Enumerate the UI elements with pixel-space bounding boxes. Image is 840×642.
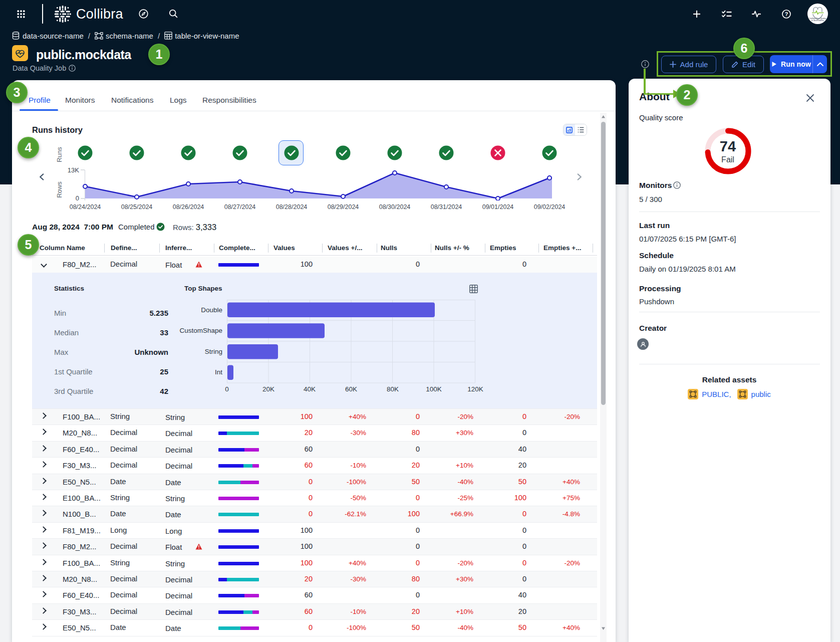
svg-text:& Observability: & Observability: [811, 20, 824, 22]
svg-text:?: ?: [785, 11, 788, 17]
